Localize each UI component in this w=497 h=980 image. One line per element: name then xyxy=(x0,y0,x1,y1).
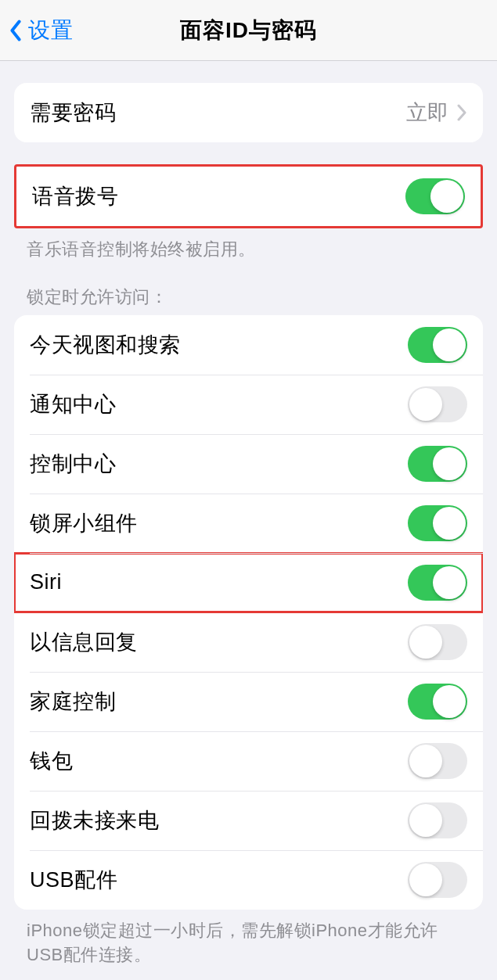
locked-access-toggle[interactable] xyxy=(408,327,467,363)
navigation-bar: 设置 面容ID与密码 xyxy=(0,0,497,61)
require-passcode-label: 需要密码 xyxy=(30,99,116,127)
voice-dial-footer: 音乐语音控制将始终被启用。 xyxy=(0,228,497,262)
locked-access-toggle[interactable] xyxy=(408,802,467,838)
locked-access-row: USB配件 xyxy=(14,850,483,910)
back-button[interactable]: 设置 xyxy=(0,16,74,45)
locked-access-header: 锁定时允许访问： xyxy=(0,262,497,315)
back-label: 设置 xyxy=(28,16,74,45)
locked-access-toggle[interactable] xyxy=(408,862,467,898)
locked-access-toggle[interactable] xyxy=(408,743,467,779)
locked-access-label: 控制中心 xyxy=(30,450,116,478)
voice-dial-row: 语音拨号 xyxy=(16,167,481,226)
locked-access-row: 通知中心 xyxy=(14,375,483,434)
locked-access-row: 回拨未接来电 xyxy=(14,791,483,850)
locked-access-label: 以信息回复 xyxy=(30,628,138,656)
page-title: 面容ID与密码 xyxy=(0,16,497,45)
locked-access-label: 回拨未接来电 xyxy=(30,806,159,835)
locked-access-label: 家庭控制 xyxy=(30,687,116,716)
locked-access-footer: iPhone锁定超过一小时后，需先解锁iPhone才能允许USB配件连接。 xyxy=(0,910,497,967)
locked-access-label: 通知中心 xyxy=(30,390,116,418)
voice-dial-toggle[interactable] xyxy=(405,178,465,214)
locked-access-toggle[interactable] xyxy=(408,386,467,422)
require-passcode-value: 立即 xyxy=(406,99,448,127)
voice-dial-label: 语音拨号 xyxy=(32,182,118,210)
locked-access-row: 家庭控制 xyxy=(14,672,483,731)
locked-access-toggle[interactable] xyxy=(408,446,467,482)
locked-access-toggle[interactable] xyxy=(408,505,467,541)
locked-access-toggle[interactable] xyxy=(408,684,467,720)
locked-access-label: 锁屏小组件 xyxy=(30,509,138,537)
locked-access-toggle[interactable] xyxy=(408,565,467,601)
chevron-left-icon xyxy=(8,19,23,42)
voice-dial-group: 语音拨号 xyxy=(14,164,483,228)
locked-access-row: 锁屏小组件 xyxy=(14,494,483,553)
locked-access-group: 今天视图和搜索通知中心控制中心锁屏小组件Siri以信息回复家庭控制钱包回拨未接来… xyxy=(14,315,483,910)
require-passcode-row[interactable]: 需要密码 立即 xyxy=(14,83,483,142)
locked-access-label: USB配件 xyxy=(30,866,117,894)
locked-access-row: 钱包 xyxy=(14,731,483,791)
locked-access-label: 钱包 xyxy=(30,747,73,775)
locked-access-row: 今天视图和搜索 xyxy=(14,315,483,375)
chevron-right-icon xyxy=(456,104,467,121)
locked-access-row: 以信息回复 xyxy=(14,612,483,672)
locked-access-row: Siri xyxy=(14,553,483,612)
require-passcode-group: 需要密码 立即 xyxy=(14,83,483,142)
locked-access-label: 今天视图和搜索 xyxy=(30,331,181,359)
locked-access-row: 控制中心 xyxy=(14,434,483,494)
locked-access-toggle[interactable] xyxy=(408,624,467,660)
locked-access-label: Siri xyxy=(30,570,62,594)
